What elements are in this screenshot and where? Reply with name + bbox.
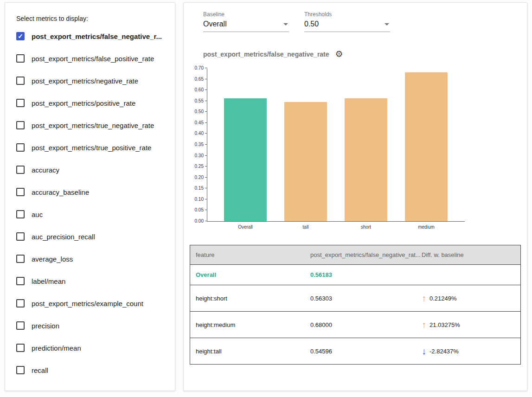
checkbox-icon[interactable] bbox=[16, 121, 25, 129]
controls-row: Baseline Overall Thresholds 0.50 bbox=[203, 11, 527, 32]
metric-checkbox-item[interactable]: precision bbox=[13, 314, 167, 337]
checkbox-icon[interactable] bbox=[16, 255, 25, 263]
thresholds-select[interactable]: Thresholds 0.50 bbox=[304, 11, 390, 32]
feature-cell: height:short bbox=[190, 285, 305, 311]
metrics-table-body: Overall0.56183height:short0.56303↑0.2124… bbox=[190, 265, 520, 364]
metric-label: accuracy_baseline bbox=[32, 188, 89, 196]
settings-gear-icon[interactable]: ⚙ bbox=[335, 50, 343, 58]
metric-checkbox-item[interactable]: average_loss bbox=[13, 248, 167, 270]
value-cell: 0.56183 bbox=[305, 265, 416, 285]
metric-checkbox-item[interactable]: prediction/mean bbox=[13, 337, 167, 359]
metric-label: post_export_metrics/true_negative_rate bbox=[32, 122, 154, 129]
y-axis-tick-label: 0.60 bbox=[186, 87, 204, 93]
thresholds-value: 0.50 bbox=[304, 20, 319, 28]
y-axis-tick bbox=[205, 101, 207, 101]
checkbox-checked-icon[interactable]: ✓ bbox=[16, 32, 25, 40]
table-row[interactable]: height:short0.56303↑0.21249% bbox=[190, 285, 520, 312]
dropdown-arrow-icon[interactable] bbox=[385, 23, 389, 26]
feature-cell: Overall bbox=[190, 265, 305, 285]
metrics-panel: Select metrics to display: ✓post_export_… bbox=[5, 2, 175, 391]
y-axis-tick-label: 0.65 bbox=[186, 77, 204, 82]
x-axis-label: tall bbox=[278, 224, 333, 230]
chart-title: post_export_metrics/false_negative_rate bbox=[203, 51, 329, 58]
bar-tall[interactable] bbox=[284, 102, 327, 221]
metric-checkbox-item[interactable]: post_export_metrics/true_positive_rate bbox=[13, 136, 167, 159]
table-row[interactable]: Overall0.56183 bbox=[190, 265, 520, 285]
metric-label: prediction/mean bbox=[32, 344, 81, 352]
checkbox-icon[interactable] bbox=[16, 166, 25, 174]
diff-cell bbox=[416, 265, 520, 285]
x-axis-label: medium bbox=[398, 224, 454, 230]
column-header-feature: feature bbox=[190, 245, 305, 264]
metric-checkbox-item[interactable]: accuracy_baseline bbox=[13, 181, 167, 203]
y-axis-tick-label: 0.30 bbox=[186, 153, 204, 159]
table-row[interactable]: height:tall0.54596↓-2.82437% bbox=[190, 338, 520, 364]
y-axis-tick-label: 0.00 bbox=[186, 218, 204, 224]
bar-short[interactable] bbox=[345, 98, 387, 221]
y-axis-tick bbox=[205, 210, 207, 210]
checkbox-icon[interactable] bbox=[16, 321, 25, 330]
metric-label: post_export_metrics/positive_rate bbox=[32, 99, 135, 107]
column-header-diff: Diff. w. baseline bbox=[416, 245, 520, 264]
metric-checkbox-item[interactable]: recall bbox=[13, 359, 167, 381]
checkbox-icon[interactable] bbox=[16, 299, 25, 307]
diff-value: -2.82437% bbox=[429, 348, 459, 355]
metric-label: auc_precision_recall bbox=[32, 233, 95, 241]
metric-label: post_export_metrics/negative_rate bbox=[32, 77, 138, 85]
checkbox-icon[interactable] bbox=[16, 188, 25, 196]
diff-up-arrow-icon: ↑ bbox=[422, 320, 426, 329]
diff-cell: ↑0.21249% bbox=[416, 285, 520, 311]
metrics-list: ✓post_export_metrics/false_negative_r...… bbox=[13, 25, 167, 381]
y-axis-tick-label: 0.40 bbox=[186, 131, 204, 136]
y-axis-tick-label: 0.15 bbox=[186, 186, 204, 191]
checkbox-icon[interactable] bbox=[16, 232, 25, 241]
value-cell: 0.56303 bbox=[305, 285, 416, 311]
checkbox-icon[interactable] bbox=[16, 344, 25, 352]
baseline-label: Baseline bbox=[203, 11, 289, 18]
checkbox-icon[interactable] bbox=[16, 277, 25, 285]
diff-cell: ↑21.03275% bbox=[416, 312, 520, 338]
checkbox-icon[interactable] bbox=[16, 77, 25, 85]
metrics-panel-title: Select metrics to display: bbox=[16, 15, 167, 22]
diff-down-arrow-icon: ↓ bbox=[422, 346, 426, 356]
checkbox-icon[interactable] bbox=[16, 99, 25, 107]
value-cell: 0.68000 bbox=[305, 312, 416, 338]
bar-medium[interactable] bbox=[405, 72, 448, 221]
metric-checkbox-item[interactable]: auc bbox=[13, 203, 167, 225]
metric-checkbox-item[interactable]: label/mean bbox=[13, 270, 167, 292]
checkbox-icon[interactable] bbox=[16, 366, 25, 374]
checkbox-icon[interactable] bbox=[16, 54, 25, 63]
x-axis-label: Overall bbox=[218, 224, 273, 230]
y-axis-tick-label: 0.10 bbox=[186, 197, 204, 202]
metric-label: average_loss bbox=[32, 255, 73, 263]
bar-chart: 0.000.050.100.150.200.250.300.350.400.45… bbox=[184, 65, 527, 237]
dropdown-arrow-icon[interactable] bbox=[283, 23, 288, 26]
bar-Overall[interactable] bbox=[224, 98, 267, 221]
y-axis-tick bbox=[205, 90, 207, 90]
y-axis-tick bbox=[205, 68, 207, 68]
checkbox-icon[interactable] bbox=[16, 210, 25, 218]
y-axis-tick bbox=[205, 177, 207, 178]
metric-label: label/mean bbox=[32, 277, 65, 285]
metric-checkbox-item[interactable]: ✓post_export_metrics/false_negative_r... bbox=[13, 25, 167, 47]
table-row[interactable]: height:medium0.68000↑21.03275% bbox=[190, 312, 520, 338]
fairness-indicators-page: Select metrics to display: ✓post_export_… bbox=[0, 0, 532, 393]
metric-checkbox-item[interactable]: auc_precision_recall bbox=[13, 225, 167, 248]
x-axis-label: short bbox=[338, 224, 394, 230]
checkbox-icon[interactable] bbox=[16, 143, 25, 152]
metric-checkbox-item[interactable]: accuracy bbox=[13, 159, 167, 181]
diff-value: 0.21249% bbox=[429, 295, 457, 302]
metric-checkbox-item[interactable]: post_export_metrics/positive_rate bbox=[13, 92, 167, 114]
metric-checkbox-item[interactable]: post_export_metrics/true_negative_rate bbox=[13, 114, 167, 136]
y-axis-tick bbox=[205, 79, 207, 79]
y-axis-tick bbox=[205, 166, 207, 166]
metric-checkbox-item[interactable]: post_export_metrics/negative_rate bbox=[13, 70, 167, 92]
metric-checkbox-item[interactable]: post_export_metrics/false_positive_rate bbox=[13, 47, 167, 70]
metric-label: recall bbox=[32, 366, 48, 374]
y-axis-tick-label: 0.55 bbox=[186, 98, 204, 104]
baseline-select[interactable]: Baseline Overall bbox=[203, 11, 289, 32]
y-axis-tick bbox=[205, 133, 207, 134]
y-axis-tick-label: 0.70 bbox=[186, 65, 204, 71]
metric-checkbox-item[interactable]: post_export_metrics/example_count bbox=[13, 292, 167, 314]
diff-cell: ↓-2.82437% bbox=[416, 338, 520, 364]
